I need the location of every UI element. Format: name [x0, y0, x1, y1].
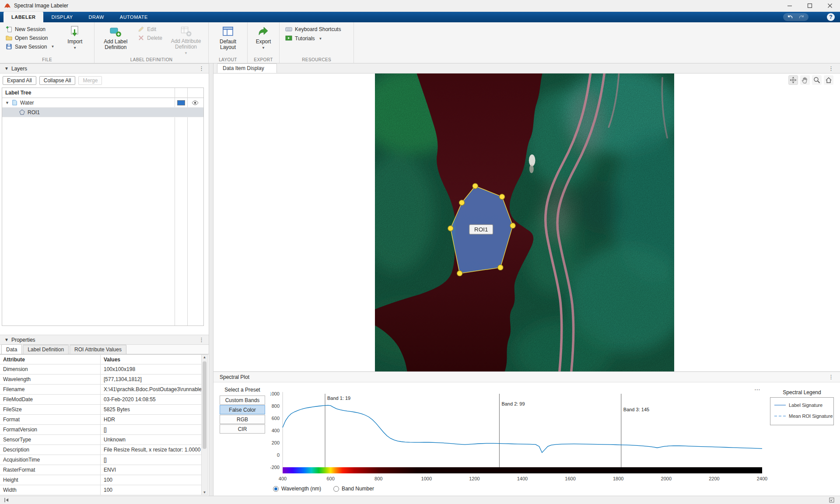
delete-button[interactable]: Delete: [136, 34, 164, 42]
window-title: Spectral Image Labeler: [14, 3, 68, 9]
edit-button[interactable]: Edit: [136, 25, 164, 33]
visibility-eye-icon[interactable]: [192, 99, 199, 106]
preset-false-color-button[interactable]: False Color: [220, 405, 265, 414]
property-row[interactable]: RasterFormatENVI: [0, 465, 201, 475]
x-tick-label: 2400: [757, 476, 767, 481]
add-attribute-definition-button[interactable]: Add Attribute Definition ▼: [167, 24, 205, 56]
save-session-button[interactable]: Save Session ▼: [4, 43, 56, 50]
property-row[interactable]: FilenameX:\41\prachik.Bdoc.PostOutage3\r…: [0, 385, 201, 395]
maximize-button[interactable]: [800, 0, 820, 11]
property-row[interactable]: FileModDate03-Feb-2020 14:08:55: [0, 395, 201, 405]
display-menu-icon[interactable]: ⋮: [828, 65, 834, 72]
tab-draw[interactable]: DRAW: [81, 12, 112, 22]
tutorials-icon: [285, 35, 292, 42]
x-tick-label: 600: [326, 476, 334, 481]
spectral-menu-icon[interactable]: ⋮: [828, 374, 834, 380]
tree-row-water[interactable]: ▼ Water: [2, 98, 203, 108]
property-row[interactable]: FormatVersion[]: [0, 425, 201, 435]
tab-data-item-display[interactable]: Data Item Display: [217, 63, 277, 73]
tree-column-divider: [175, 88, 175, 326]
property-row[interactable]: DescriptionFile Resize Result, x resize …: [0, 445, 201, 455]
false-color-image[interactable]: ROI1: [375, 74, 674, 371]
label-color-swatch[interactable]: [177, 100, 185, 105]
property-attribute: AcquisitionTime: [0, 455, 101, 465]
merge-button[interactable]: Merge: [78, 76, 102, 85]
plot-options-icon[interactable]: ⋯: [754, 386, 761, 393]
image-display-area[interactable]: ROI1: [214, 74, 840, 371]
radio-selected-icon[interactable]: [273, 486, 279, 492]
properties-header[interactable]: ▼ Properties ⋮: [0, 335, 209, 345]
x-tick-label: 1400: [517, 476, 528, 481]
panel-splitter[interactable]: [209, 63, 214, 496]
column-header-values: Values: [101, 355, 201, 364]
save-session-label: Save Session: [15, 44, 47, 50]
zoom-icon[interactable]: [812, 75, 822, 85]
keyboard-shortcuts-button[interactable]: Keyboard Shortcuts: [283, 25, 343, 33]
axes-toolbar: [788, 75, 833, 85]
property-attribute: Width: [0, 485, 101, 495]
collapse-panel-icon[interactable]: [4, 497, 10, 503]
expand-all-button[interactable]: Expand All: [3, 76, 36, 85]
layers-menu-icon[interactable]: ⋮: [199, 66, 204, 71]
property-row[interactable]: Dimension100x100x198: [0, 364, 201, 374]
tree-row-roi1[interactable]: ROI1: [2, 108, 203, 117]
close-button[interactable]: [820, 0, 840, 11]
help-icon[interactable]: ?: [827, 13, 835, 21]
tab-data[interactable]: Data: [1, 344, 22, 354]
spectral-plot-header[interactable]: Spectral Plot ⋮: [214, 371, 840, 382]
property-row[interactable]: FormatHDR: [0, 415, 201, 425]
collapse-all-button[interactable]: Collapse All: [39, 76, 76, 85]
import-label: Import: [67, 39, 82, 45]
new-session-button[interactable]: New Session: [4, 25, 56, 33]
tab-automate[interactable]: AUTOMATE: [112, 12, 156, 22]
wavelength-radio[interactable]: Wavelength (nm): [273, 486, 321, 492]
undo-icon[interactable]: [787, 14, 793, 20]
property-attribute: Description: [0, 445, 101, 455]
property-row[interactable]: Width100: [0, 485, 201, 495]
layers-header[interactable]: ▼ Layers ⋮: [0, 63, 209, 74]
scroll-up-icon[interactable]: ▲: [203, 355, 206, 359]
property-attribute: FileSize: [0, 405, 101, 414]
solid-line-sample: [774, 405, 786, 406]
export-button[interactable]: Export ▼: [251, 24, 276, 56]
pan-hand-icon[interactable]: [800, 75, 810, 85]
minimize-button[interactable]: [780, 0, 800, 11]
spectral-chart[interactable]: -200020040060080010004006008001000120014…: [270, 388, 769, 486]
preset-custom-bands-button[interactable]: Custom Bands: [220, 396, 265, 405]
scrollbar-thumb[interactable]: [203, 361, 206, 449]
radio-unselected-icon[interactable]: [333, 486, 339, 492]
preset-rgb-button[interactable]: RGB: [220, 415, 265, 424]
panel-dock-icon[interactable]: [829, 497, 835, 503]
preset-cir-button[interactable]: CIR: [220, 424, 265, 434]
import-button[interactable]: Import ▼: [59, 24, 91, 56]
properties-menu-icon[interactable]: ⋮: [199, 337, 204, 343]
ribbon-section-export: Export ▼ EXPORT: [248, 22, 280, 63]
add-label-definition-button[interactable]: Add Label Definition: [98, 24, 133, 56]
properties-title: Properties: [11, 337, 35, 343]
tree-expand-caret[interactable]: ▼: [5, 101, 9, 105]
property-row[interactable]: AcquisitionTime[]: [0, 455, 201, 465]
property-row[interactable]: FileSize5825 Bytes: [0, 405, 201, 415]
tutorials-button[interactable]: Tutorials ▼: [283, 35, 343, 42]
property-row[interactable]: Height100: [0, 475, 201, 485]
scroll-down-icon[interactable]: ▼: [203, 490, 206, 494]
redo-icon[interactable]: [798, 14, 805, 20]
label-name: Water: [20, 100, 34, 106]
properties-collapse-icon[interactable]: ▼: [4, 337, 9, 342]
properties-tabs: Data Label Definition ROI Attribute Valu…: [0, 345, 209, 354]
properties-scrollbar[interactable]: ▲ ▼: [201, 354, 208, 495]
property-row[interactable]: Wavelength[577,1304,1812]: [0, 374, 201, 385]
tab-label-definition[interactable]: Label Definition: [23, 345, 69, 354]
tab-labeler[interactable]: LABELER: [4, 12, 43, 22]
default-layout-button[interactable]: Default Layout: [212, 24, 244, 56]
restore-view-icon[interactable]: [788, 75, 798, 85]
layers-collapse-icon[interactable]: ▼: [4, 66, 9, 71]
home-icon[interactable]: [824, 75, 833, 85]
roi-label[interactable]: ROI1: [469, 224, 493, 234]
tab-display[interactable]: DISPLAY: [43, 12, 80, 22]
tab-roi-attribute-values[interactable]: ROI Attribute Values: [70, 345, 126, 354]
band-number-radio[interactable]: Band Number: [333, 486, 374, 492]
property-row[interactable]: SensorTypeUnknown: [0, 435, 201, 445]
properties-table: Attribute Values Dimension100x100x198Wav…: [0, 354, 201, 495]
open-session-button[interactable]: Open Session: [4, 34, 56, 42]
